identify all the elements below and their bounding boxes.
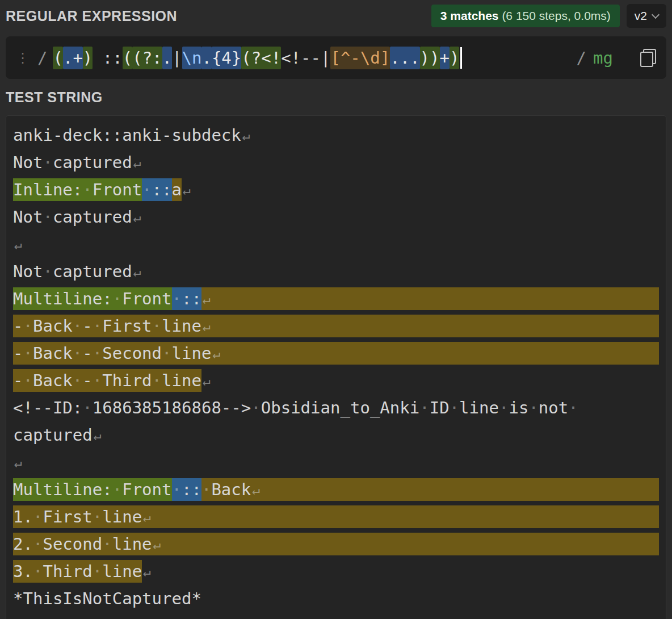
test-line: 2.·Second·line↵ <box>13 530 659 558</box>
test-line: Multiline:·Front·::·Back↵ <box>13 476 659 503</box>
regex-token: [^-\d] <box>330 47 390 69</box>
test-segment: Not·captured↵ <box>13 260 141 283</box>
line-break-icon: ↵ <box>132 155 141 170</box>
regex-token: ) <box>450 47 459 69</box>
test-line: ↵ <box>13 231 659 258</box>
line-break-icon: ↵ <box>93 428 102 443</box>
space-dot: · <box>93 562 102 581</box>
test-segment: -·Back·-·First·line↵ <box>13 315 211 337</box>
test-segment: ·:: <box>142 178 171 201</box>
test-line: 3.·Third·line↵ <box>13 558 659 585</box>
regex-pattern: (.+) ::((?:.|\n.{4}(?<!<!--|[^-\d]...))+… <box>53 48 459 68</box>
space-dot: · <box>251 398 261 417</box>
regex-open-delimiter: / <box>37 48 47 68</box>
test-segment: ↵ <box>13 233 22 256</box>
line-break-icon: ↵ <box>152 537 161 552</box>
copy-icon <box>640 49 656 67</box>
test-line: captured↵ <box>13 421 659 449</box>
test-segment: ↵ <box>13 451 22 474</box>
regex-token: (?: <box>132 47 162 69</box>
test-string-section-title: TEST STRING <box>6 89 103 106</box>
test-segment: ↵ <box>201 287 211 310</box>
space-dot: · <box>23 344 32 363</box>
regex-version-select[interactable]: v2 <box>627 4 666 28</box>
space-dot: · <box>43 207 52 227</box>
regex-token: ( <box>53 47 62 69</box>
regex-input[interactable]: ⋮ / (.+) ::((?:.|\n.{4}(?<!<!--|[^-\d]..… <box>6 36 666 79</box>
space-dot: · <box>419 398 429 417</box>
test-segment: ·Back↵ <box>201 478 260 501</box>
match-steps: (6 150 steps, 0.0ms) <box>499 9 611 22</box>
line-break-icon: ↵ <box>142 509 151 525</box>
test-line: -·Back·-·First·line↵ <box>13 312 659 340</box>
regex-token: {4} <box>212 47 241 69</box>
test-segment: Not·captured↵ <box>13 151 141 174</box>
chevron-down-icon <box>652 10 660 18</box>
test-segment: 1.·First·line↵ <box>13 505 151 528</box>
test-segment: Inline:·Front <box>13 178 142 201</box>
test-segment: Not·captured↵ <box>13 206 141 228</box>
space-dot: · <box>93 507 102 526</box>
regex-token: . <box>201 47 211 69</box>
match-highlight-fill <box>211 287 659 310</box>
test-line: Multiline:·Front·::↵ <box>13 285 659 312</box>
regex-token: ) <box>83 47 93 69</box>
regex-token: | <box>172 47 182 69</box>
space-dot: · <box>33 507 43 526</box>
space-dot: · <box>43 153 52 172</box>
test-line: -·Back·-·Third·line↵ <box>13 367 659 394</box>
line-break-icon: ↵ <box>201 291 211 307</box>
test-line: Inline:·Front·::a↵ <box>13 176 659 203</box>
match-highlight-fill <box>161 533 659 555</box>
test-segment: ·:: <box>172 287 201 310</box>
space-dot: · <box>82 180 92 199</box>
regex-section-title: REGULAR EXPRESSION <box>6 8 177 24</box>
regex-token: \n <box>182 47 202 69</box>
space-dot: · <box>43 262 52 281</box>
copy-button[interactable] <box>640 49 656 67</box>
match-highlight-fill <box>211 315 659 337</box>
line-break-icon: ↵ <box>211 346 220 361</box>
test-line: Not·captured↵ <box>13 203 659 231</box>
space-dot: · <box>499 398 509 417</box>
regex-close-delimiter: / <box>577 48 586 68</box>
match-count-badge[interactable]: 3 matches (6 150 steps, 0.0ms) <box>431 5 620 27</box>
space-dot: · <box>102 534 112 554</box>
test-segment: *ThisIsNotCaptured* <box>13 587 201 610</box>
test-line: Not·captured↵ <box>13 258 659 285</box>
space-dot: · <box>172 289 182 308</box>
match-count: 3 matches <box>440 9 499 22</box>
regex-token: )) <box>420 47 440 69</box>
test-segment: 3.·Third·line <box>13 560 142 583</box>
test-line: <!--ID:·1686385186868-->·Obsidian_to_Ank… <box>13 394 659 421</box>
regex-token: .+ <box>63 47 83 69</box>
regex-header-row: REGULAR EXPRESSION 3 matches (6 150 step… <box>0 0 672 32</box>
space-dot: · <box>93 316 102 336</box>
test-line: *ThisIsNotCaptured* <box>13 585 659 612</box>
space-dot: · <box>93 371 102 390</box>
space-dot: · <box>23 371 32 390</box>
space-dot: · <box>142 180 152 199</box>
test-string-header-row: TEST STRING <box>0 79 672 115</box>
regex-token: (?<! <box>241 47 281 69</box>
test-line: -·Back·-·Second·line↵ <box>13 340 659 367</box>
test-segment: ↵ <box>182 178 191 201</box>
regex-token: + <box>440 47 450 69</box>
space-dot: · <box>112 289 122 308</box>
regex-token: ( <box>123 47 132 69</box>
match-highlight-fill <box>151 505 659 528</box>
regex-flags: mg <box>593 48 613 68</box>
space-dot: · <box>172 480 182 499</box>
line-break-icon: ↵ <box>132 264 141 279</box>
regex-token: <!-- <box>281 47 321 69</box>
test-string-editor[interactable]: anki-deck::anki-subdeck↵Not·captured↵Inl… <box>6 115 666 619</box>
match-highlight-fill <box>260 478 659 501</box>
test-segment: -·Back·-·Third·line <box>13 369 201 392</box>
space-dot: · <box>568 398 578 417</box>
test-segment: <!--ID:·1686385186868-->·Obsidian_to_Ank… <box>13 396 578 419</box>
test-segment: ↵ <box>142 560 151 583</box>
drag-handle-icon: ⋮ <box>16 50 30 66</box>
line-break-icon: ↵ <box>142 564 151 579</box>
regex-token: ... <box>390 47 419 69</box>
text-cursor <box>460 47 462 69</box>
